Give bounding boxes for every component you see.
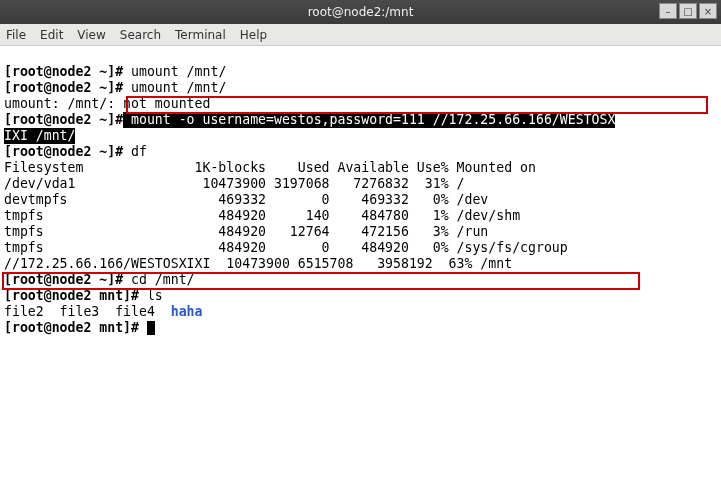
df-row: //172.25.66.166/WESTOSXIXI 10473900 6515… (4, 256, 512, 271)
menu-edit[interactable]: Edit (40, 28, 63, 42)
df-row: tmpfs 484920 140 484780 1% /dev/shm (4, 208, 520, 223)
close-button[interactable]: × (699, 3, 717, 19)
command-text: umount /mnt/ (131, 64, 226, 79)
window-titlebar: root@node2:/mnt – □ × (0, 0, 721, 24)
window-controls: – □ × (659, 3, 717, 19)
command-text: ls (147, 288, 163, 303)
df-header: Filesystem 1K-blocks Used Available Use%… (4, 160, 536, 175)
command-text: cd /mnt/ (131, 272, 195, 287)
df-row: tmpfs 484920 0 484920 0% /sys/fs/cgroup (4, 240, 568, 255)
menu-search[interactable]: Search (120, 28, 161, 42)
highlighted-command: mount -o username=westos,password=111 //… (123, 112, 615, 128)
menu-bar: File Edit View Search Terminal Help (0, 24, 721, 46)
menu-view[interactable]: View (77, 28, 105, 42)
prompt: [root@node2 ~]# (4, 144, 131, 159)
prompt: [root@node2 ~]# (4, 112, 123, 127)
cursor (147, 321, 155, 335)
df-row: tmpfs 484920 12764 472156 3% /run (4, 224, 488, 239)
menu-terminal[interactable]: Terminal (175, 28, 226, 42)
prompt: [root@node2 mnt]# (4, 288, 147, 303)
prompt: [root@node2 ~]# (4, 272, 131, 287)
menu-help[interactable]: Help (240, 28, 267, 42)
terminal-area[interactable]: [root@node2 ~]# umount /mnt/ [root@node2… (0, 46, 721, 386)
df-row: /dev/vda1 10473900 3197068 7276832 31% / (4, 176, 465, 191)
ls-dir: haha (171, 304, 203, 319)
maximize-button[interactable]: □ (679, 3, 697, 19)
prompt: [root@node2 ~]# (4, 64, 131, 79)
prompt: [root@node2 mnt]# (4, 320, 147, 335)
output-text: umount: /mnt/: not mounted (4, 96, 210, 111)
command-text: umount /mnt/ (131, 80, 226, 95)
window-title: root@node2:/mnt (308, 5, 414, 19)
highlighted-command: IXI /mnt/ (4, 128, 75, 144)
minimize-button[interactable]: – (659, 3, 677, 19)
ls-output: file2 file3 file4 (4, 304, 171, 319)
menu-file[interactable]: File (6, 28, 26, 42)
df-row: devtmpfs 469332 0 469332 0% /dev (4, 192, 488, 207)
command-text: df (131, 144, 147, 159)
prompt: [root@node2 ~]# (4, 80, 131, 95)
